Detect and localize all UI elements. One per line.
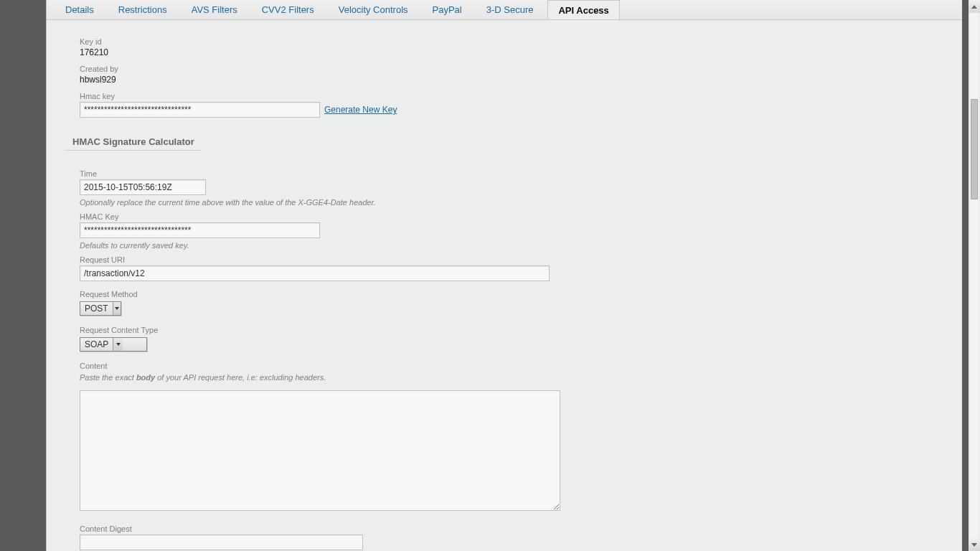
content-textarea[interactable] xyxy=(80,390,560,511)
calc-hmac-key-input[interactable] xyxy=(80,222,320,238)
hmac-calc-heading: HMAC Signature Calculator xyxy=(65,136,200,151)
request-method-select[interactable]: POST xyxy=(80,301,121,316)
scroll-thumb[interactable] xyxy=(971,99,978,199)
tab-avs-filters[interactable]: AVS Filters xyxy=(182,0,248,19)
key-id-label: Key id xyxy=(80,37,948,46)
scroll-down-button[interactable] xyxy=(969,538,980,551)
tab-paypal[interactable]: PayPal xyxy=(423,0,472,19)
request-uri-label: Request URI xyxy=(80,255,948,264)
tab-3d-secure[interactable]: 3-D Secure xyxy=(476,0,544,19)
request-uri-input[interactable] xyxy=(80,265,550,281)
content-help: Paste the exact body of your API request… xyxy=(80,373,948,382)
key-id-value: 176210 xyxy=(80,47,948,57)
time-input[interactable] xyxy=(80,179,206,195)
api-access-panel: Key id 176210 Created by hbwsl929 Hmac k… xyxy=(47,20,948,551)
tab-bar: Details Restrictions AVS Filters CVV2 Fi… xyxy=(47,0,962,20)
calc-hmac-key-label: HMAC Key xyxy=(80,212,948,221)
tab-details[interactable]: Details xyxy=(55,0,104,19)
request-method-value: POST xyxy=(80,302,113,315)
content-label: Content xyxy=(80,362,948,370)
hmac-key-label: Hmac key xyxy=(80,92,948,100)
time-help: Optionally replace the current time abov… xyxy=(80,198,948,207)
request-ctype-label: Request Content Type xyxy=(80,326,948,334)
hmac-key-input[interactable] xyxy=(80,102,320,118)
chevron-down-icon xyxy=(113,302,121,315)
tab-cvv2-filters[interactable]: CVV2 Filters xyxy=(252,0,324,19)
scroll-up-button[interactable] xyxy=(969,0,980,13)
request-method-label: Request Method xyxy=(80,290,948,298)
tab-api-access[interactable]: API Access xyxy=(547,0,619,19)
time-label: Time xyxy=(80,169,948,178)
generate-new-key-link[interactable]: Generate New Key xyxy=(324,105,397,115)
content-digest-label: Content Digest xyxy=(80,524,948,533)
request-ctype-value: SOAP xyxy=(80,338,113,351)
created-by-value: hbwsl929 xyxy=(80,75,948,85)
chevron-down-icon xyxy=(113,338,123,351)
request-ctype-select[interactable]: SOAP xyxy=(80,337,147,352)
created-by-label: Created by xyxy=(80,65,948,73)
scroll-track[interactable] xyxy=(970,13,979,538)
content-digest-input[interactable] xyxy=(80,534,363,550)
tab-velocity-controls[interactable]: Velocity Controls xyxy=(329,0,418,19)
calc-hmac-key-help: Defaults to currently saved key. xyxy=(80,241,948,250)
tab-restrictions[interactable]: Restrictions xyxy=(108,0,177,19)
vertical-scrollbar[interactable] xyxy=(969,0,980,551)
